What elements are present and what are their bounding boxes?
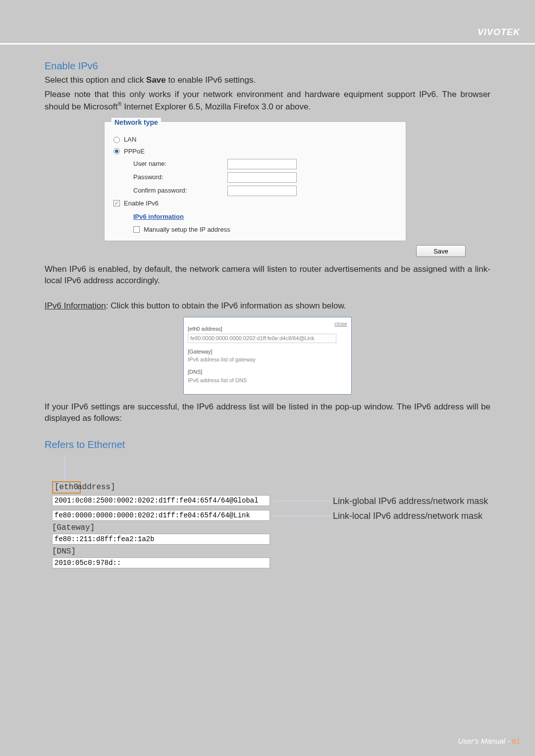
popup-eth0-label: [eth0 address] (188, 325, 347, 333)
connector-line-icon (272, 501, 332, 502)
pppoe-label: PPPoE (124, 147, 145, 156)
link-address-note: Link-local IPv6 address/network mask (333, 510, 482, 522)
section-title: Enable IPv6 (45, 59, 490, 73)
fieldset-legend: Network type (111, 118, 161, 127)
page-number: 61 (512, 737, 520, 745)
refers-title: Refers to Ethernet (45, 438, 490, 452)
connector-line-icon (64, 456, 65, 481)
after-panel-paragraph: When IPv6 is enabled, by default, the ne… (45, 264, 490, 287)
header: VIVOTEK (0, 0, 535, 45)
username-input[interactable] (227, 159, 297, 169)
checkbox-icon[interactable] (133, 226, 140, 233)
enable-ipv6-label: Enable IPv6 (124, 199, 159, 208)
eth0-highlight-box: [eth0 (52, 481, 81, 494)
checkbox-icon[interactable] (113, 200, 120, 206)
global-address-field[interactable] (52, 495, 270, 506)
popup-dns-label: [DNS] (188, 368, 347, 376)
dns-value-field[interactable] (52, 557, 270, 568)
popup-eth0-value: fe80:0000:0000:0000:0202:d1ff:fe0e:d4c8/… (188, 334, 336, 343)
link-address-field[interactable] (52, 510, 270, 521)
ipv6-address-diagram: [eth0 address] Link-global IPv6 address/… (45, 456, 490, 590)
global-address-note: Link-global IPv6 address/network mask (333, 495, 488, 507)
radio-icon[interactable] (113, 148, 120, 154)
gateway-label: [Gateway] (52, 523, 95, 534)
manual-ip-label: Manually setup the IP address (144, 225, 230, 234)
password-label: Password: (133, 173, 227, 182)
radio-icon[interactable] (113, 137, 120, 143)
after-popup-paragraph: If your IPv6 settings are successful, th… (45, 402, 490, 424)
eth0-address-tail: address] (77, 482, 115, 493)
confirm-label: Confirm password: (133, 186, 227, 195)
intro2-tail: Internet Explorer 6.5, Mozilla Firefox 3… (122, 102, 311, 111)
password-row: Password: (133, 172, 397, 183)
popup-gateway-caption: IPv6 address list of gateway (188, 356, 347, 363)
brand-label: VIVOTEK (478, 27, 520, 38)
pppoe-radio-row[interactable]: PPPoE (113, 147, 397, 156)
ipv6-info-popup: close [eth0 address] fe80:0000:0000:0000… (183, 317, 352, 395)
ipv6-info-term: IPv6 Information (45, 301, 106, 310)
manual-ip-row[interactable]: Manually setup the IP address (133, 225, 397, 234)
ipv6-info-paragraph: IPv6 Information: Click this button to o… (45, 301, 490, 312)
username-row: User name: (133, 159, 397, 169)
ipv6-info-rest: : Click this button to obtain the IPv6 i… (106, 301, 346, 310)
eth0-text: eth0 (59, 483, 78, 492)
intro1-a: Select this option and click (45, 75, 146, 85)
username-label: User name: (133, 159, 227, 168)
intro2-sup: ® (117, 101, 121, 107)
lan-label: LAN (124, 135, 136, 144)
intro1-save: Save (146, 75, 166, 85)
intro-line-1: Select this option and click Save to ena… (45, 75, 490, 86)
popup-dns-caption: IPv6 address list of DNS (188, 377, 347, 384)
password-input[interactable] (227, 172, 297, 183)
footer-text: User's Manual - (458, 737, 512, 745)
confirm-password-input[interactable] (227, 186, 297, 196)
save-button[interactable]: Save (416, 245, 466, 257)
confirm-row: Confirm password: (133, 186, 397, 196)
dns-label: [DNS] (52, 547, 76, 557)
intro1-c: to enable IPv6 settings. (166, 75, 256, 85)
connector-line-icon (272, 515, 332, 516)
enable-ipv6-row[interactable]: Enable IPv6 (113, 199, 397, 208)
network-type-fieldset: Network type LAN PPPoE User name: (104, 121, 406, 241)
gateway-value-field[interactable] (52, 534, 270, 545)
footer: User's Manual - 61 (458, 737, 520, 745)
lan-radio-row[interactable]: LAN (113, 135, 397, 144)
intro-line-2: Please note that this only works if your… (45, 89, 490, 113)
popup-gateway-label: [Gateway] (188, 348, 347, 355)
ipv6-information-link[interactable]: IPv6 information (133, 212, 184, 221)
popup-close-link[interactable]: close (334, 320, 347, 328)
